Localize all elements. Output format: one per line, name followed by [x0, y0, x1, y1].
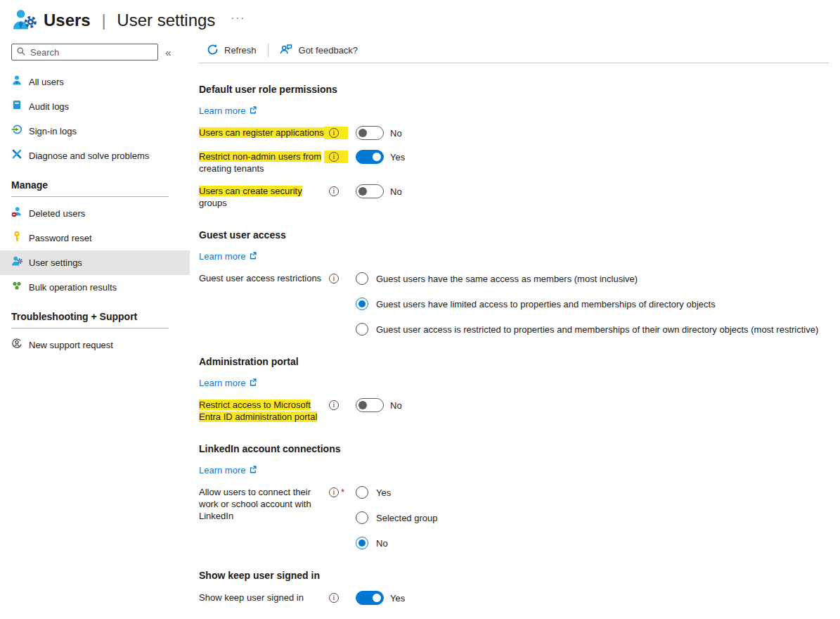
radio-button[interactable] [356, 272, 368, 285]
sidebar-item-label: Diagnose and solve problems [29, 150, 149, 162]
radio-button[interactable] [356, 537, 368, 549]
toggle-value: Yes [390, 592, 405, 604]
page-title-secondary: User settings [117, 11, 215, 30]
section-title-admin-portal: Administration portal [199, 356, 829, 367]
sidebar-item-label: All users [29, 76, 64, 89]
info-cell: i [324, 592, 348, 604]
section-title-linkedin: LinkedIn account connections [199, 443, 829, 454]
sidebar-item-label: Deleted users [29, 208, 85, 220]
info-icon[interactable]: i [329, 128, 339, 138]
section-title-guest-access: Guest user access [199, 229, 829, 241]
register-applications-toggle[interactable] [356, 126, 384, 140]
sidebar-group-manage: Manage [11, 179, 169, 197]
all-users-icon [11, 75, 22, 89]
info-cell: i [324, 185, 348, 198]
external-link-icon [249, 465, 257, 476]
setting-label: Show keep user signed in [199, 592, 324, 604]
radio-label: Yes [376, 487, 391, 499]
radio-label: Guest users have the same access as memb… [376, 273, 638, 285]
info-cell: i [324, 399, 348, 411]
radio-option-limited-access[interactable]: Guest users have limited access to prope… [356, 298, 818, 310]
sidebar-item-audit-logs[interactable]: Audit logs [0, 94, 190, 119]
radio-option-same-access[interactable]: Guest users have the same access as memb… [356, 272, 818, 285]
sidebar-item-user-settings[interactable]: User settings [0, 250, 190, 275]
sidebar-item-sign-in-logs[interactable]: Sign-in logs [0, 119, 190, 143]
setting-label: Allow users to connect their work or sch… [199, 486, 324, 522]
radio-option-restricted-access[interactable]: Guest user access is restricted to prope… [356, 323, 818, 336]
sidebar: « All users Audit logs Sign-in logs [0, 35, 190, 612]
info-icon[interactable]: i [329, 274, 339, 283]
sidebar-group-support: Troubleshooting + Support [11, 311, 169, 328]
learn-more-label: Learn more [199, 106, 245, 116]
sidebar-item-label: Sign-in logs [29, 125, 77, 138]
setting-label-line: Users can register applications [199, 127, 324, 138]
radio-option-no[interactable]: No [356, 537, 437, 549]
sidebar-item-all-users[interactable]: All users [0, 70, 190, 94]
got-feedback-button[interactable]: Got feedback? [272, 42, 366, 60]
setting-row-restrict-admin-portal: Restrict access to Microsoft Entra ID ad… [199, 399, 829, 423]
info-icon[interactable]: i [329, 152, 339, 162]
feedback-icon [280, 44, 293, 57]
radio-button[interactable] [356, 486, 368, 499]
page-header: Users | User settings ··· [0, 0, 840, 35]
page-title-primary: Users [44, 11, 91, 30]
setting-control: No [356, 185, 402, 198]
setting-control: No [356, 127, 402, 140]
learn-more-link-guest-access[interactable]: Learn more [199, 251, 257, 262]
setting-row-keep-signed-in: Show keep user signed in i Yes [199, 592, 829, 605]
collapse-sidebar-button[interactable]: « [158, 46, 178, 58]
toolbar: Refresh Got feedback? [199, 42, 829, 63]
sidebar-item-password-reset[interactable]: Password reset [0, 226, 190, 250]
radio-label: Selected group [376, 512, 437, 524]
keep-signed-in-toggle[interactable] [356, 591, 384, 605]
page-title: Users | User settings [44, 11, 215, 30]
setting-row-create-security-groups: Users can create security groups i No [199, 185, 829, 209]
refresh-button[interactable]: Refresh [199, 42, 264, 60]
radio-label: No [376, 537, 388, 549]
sidebar-item-diagnose[interactable]: Diagnose and solve problems [0, 143, 190, 168]
toggle-value: No [390, 399, 402, 411]
refresh-label: Refresh [224, 45, 257, 56]
sidebar-item-label: Password reset [29, 232, 92, 245]
setting-control: Yes Selected group No [356, 486, 437, 549]
radio-label: Guest users have limited access to prope… [376, 298, 716, 310]
more-options-button[interactable]: ··· [231, 11, 245, 23]
setting-row-guest-access-restrictions: Guest user access restrictions i Guest u… [199, 272, 829, 336]
info-icon[interactable]: i [329, 186, 339, 196]
section-title-keep-signed-in: Show keep user signed in [199, 570, 829, 581]
radio-option-yes[interactable]: Yes [356, 486, 437, 499]
info-icon[interactable]: i [329, 400, 339, 410]
user-settings-icon [11, 255, 22, 270]
feedback-label: Got feedback? [299, 45, 358, 56]
password-reset-key-icon [11, 231, 22, 245]
create-security-groups-toggle[interactable] [356, 184, 384, 198]
setting-control: No [356, 399, 402, 412]
setting-label: Restrict access to Microsoft Entra ID ad… [199, 399, 324, 423]
sidebar-item-new-support-request[interactable]: New support request [0, 333, 190, 357]
radio-button[interactable] [356, 511, 368, 524]
setting-row-restrict-tenant-creation: Restrict non-admin users from creating t… [199, 151, 829, 174]
info-cell: i * [324, 486, 348, 499]
section-title-default-permissions: Default user role permissions [199, 84, 829, 95]
main-content: Refresh Got feedback? Default user role … [190, 35, 840, 612]
sidebar-item-bulk-operation-results[interactable]: Bulk operation results [0, 275, 190, 300]
sign-in-logs-icon [11, 124, 22, 139]
learn-more-link-admin-portal[interactable]: Learn more [199, 378, 257, 388]
sidebar-item-deleted-users[interactable]: Deleted users [0, 201, 190, 226]
external-link-icon [249, 106, 257, 116]
title-separator: | [101, 11, 105, 30]
restrict-admin-portal-toggle[interactable] [356, 398, 384, 412]
radio-button[interactable] [356, 298, 368, 310]
radio-button[interactable] [356, 323, 368, 336]
radio-option-selected-group[interactable]: Selected group [356, 511, 437, 524]
info-icon[interactable]: i [329, 487, 339, 497]
info-icon[interactable]: i [329, 593, 339, 603]
setting-label: Users can create security groups [199, 185, 324, 209]
learn-more-link-default-permissions[interactable]: Learn more [199, 106, 257, 116]
learn-more-link-linkedin[interactable]: Learn more [199, 465, 257, 476]
sidebar-search[interactable] [11, 44, 158, 60]
search-input[interactable] [30, 47, 153, 58]
restrict-tenant-creation-toggle[interactable] [356, 150, 384, 164]
sidebar-item-label: Audit logs [29, 101, 69, 113]
toggle-value: Yes [390, 151, 405, 163]
